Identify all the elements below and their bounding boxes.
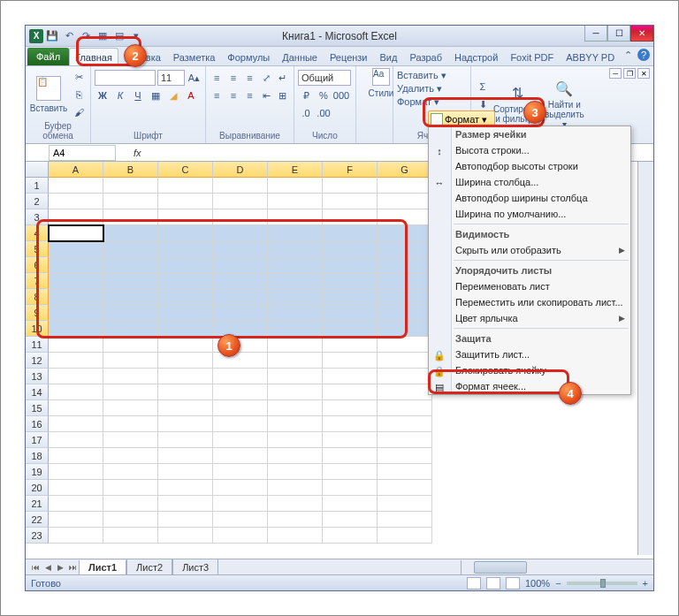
cell[interactable] bbox=[323, 225, 378, 241]
view-normal-icon[interactable] bbox=[467, 577, 481, 589]
cell[interactable] bbox=[103, 241, 158, 257]
menu-autofit-col[interactable]: Автоподбор ширины столбца bbox=[429, 190, 630, 206]
cell[interactable] bbox=[213, 241, 268, 257]
tab-addins[interactable]: Надстрой bbox=[448, 48, 504, 65]
cell[interactable] bbox=[323, 353, 378, 369]
cell[interactable] bbox=[378, 321, 432, 337]
cell[interactable] bbox=[103, 432, 158, 448]
cell[interactable] bbox=[323, 432, 378, 448]
cell[interactable] bbox=[268, 273, 323, 289]
cell[interactable] bbox=[49, 241, 103, 257]
row-header[interactable]: 19 bbox=[26, 464, 49, 480]
cell[interactable] bbox=[213, 384, 268, 400]
cell[interactable] bbox=[103, 464, 158, 480]
view-layout-icon[interactable] bbox=[486, 577, 500, 589]
tab-review[interactable]: Рецензи bbox=[324, 48, 374, 65]
format-painter-icon[interactable]: 🖌 bbox=[71, 104, 87, 120]
menu-default-width[interactable]: Ширина по умолчанию... bbox=[429, 206, 630, 222]
cell[interactable] bbox=[213, 257, 268, 273]
sheet-nav-first-icon[interactable]: ⏮ bbox=[29, 563, 42, 572]
zoom-slider[interactable] bbox=[567, 582, 637, 585]
merge-icon[interactable]: ⊞ bbox=[275, 87, 290, 103]
cell[interactable] bbox=[158, 241, 213, 257]
cell[interactable] bbox=[268, 257, 323, 273]
cell[interactable] bbox=[49, 225, 103, 241]
orientation-icon[interactable]: ⤢ bbox=[259, 70, 274, 86]
cell[interactable] bbox=[323, 178, 378, 194]
sheet-nav-next-icon[interactable]: ▶ bbox=[54, 563, 66, 572]
delete-cells-button[interactable]: Удалить ▾ bbox=[397, 83, 467, 95]
cell[interactable] bbox=[378, 289, 432, 305]
cell[interactable] bbox=[268, 496, 323, 512]
cell[interactable] bbox=[158, 480, 213, 496]
cell[interactable] bbox=[268, 241, 323, 257]
vertical-scrollbar[interactable] bbox=[637, 162, 653, 555]
menu-lock[interactable]: 🔒Блокировать ячейку bbox=[429, 362, 630, 378]
align-top-icon[interactable]: ≡ bbox=[210, 70, 225, 86]
tab-file[interactable]: Файл bbox=[27, 48, 69, 65]
cell[interactable] bbox=[323, 289, 378, 305]
row-header[interactable]: 23 bbox=[26, 528, 49, 544]
cell[interactable] bbox=[103, 337, 158, 353]
cell[interactable] bbox=[378, 337, 432, 353]
help-icon[interactable]: ? bbox=[637, 49, 650, 61]
cell[interactable] bbox=[323, 528, 378, 544]
cell[interactable] bbox=[49, 369, 103, 384]
sheet-tab-1[interactable]: Лист1 bbox=[79, 560, 126, 575]
border-icon[interactable]: ▦ bbox=[148, 87, 164, 103]
cell[interactable] bbox=[268, 416, 323, 432]
cell[interactable] bbox=[49, 416, 103, 432]
cell[interactable] bbox=[378, 194, 432, 209]
cell[interactable] bbox=[213, 194, 268, 209]
cell[interactable] bbox=[103, 353, 158, 369]
redo-icon[interactable]: ↷ bbox=[78, 28, 94, 44]
cell[interactable] bbox=[378, 225, 432, 241]
cell[interactable] bbox=[213, 178, 268, 194]
column-header[interactable]: A bbox=[49, 162, 103, 178]
cell[interactable] bbox=[49, 273, 103, 289]
cell[interactable] bbox=[49, 353, 103, 369]
cell[interactable] bbox=[158, 464, 213, 480]
cell[interactable] bbox=[49, 448, 103, 464]
ribbon-minimize-icon[interactable]: ⌃ bbox=[622, 49, 634, 61]
cell[interactable] bbox=[158, 337, 213, 353]
cell[interactable] bbox=[158, 416, 213, 432]
cell[interactable] bbox=[103, 384, 158, 400]
bold-icon[interactable]: Ж bbox=[95, 87, 111, 103]
cell[interactable] bbox=[323, 400, 378, 416]
cell[interactable] bbox=[323, 369, 378, 384]
cell[interactable] bbox=[378, 178, 432, 194]
format-cells-button[interactable]: Формат ▾ bbox=[397, 96, 467, 108]
row-header[interactable]: 22 bbox=[26, 512, 49, 528]
cell[interactable] bbox=[49, 480, 103, 496]
row-header[interactable]: 4 bbox=[26, 225, 49, 241]
paste-button[interactable]: 📋 Вставить bbox=[29, 68, 68, 121]
cell[interactable] bbox=[323, 384, 378, 400]
align-right-icon[interactable]: ≡ bbox=[242, 87, 257, 103]
cell[interactable] bbox=[268, 400, 323, 416]
tab-view[interactable]: Вид bbox=[374, 48, 404, 65]
currency-icon[interactable]: ₽ bbox=[298, 87, 314, 103]
cell[interactable] bbox=[213, 512, 268, 528]
cell[interactable] bbox=[378, 480, 432, 496]
cell[interactable] bbox=[323, 194, 378, 209]
cell[interactable] bbox=[268, 289, 323, 305]
tab-developer[interactable]: Разраб bbox=[403, 48, 448, 65]
cell[interactable] bbox=[158, 384, 213, 400]
menu-col-width[interactable]: ↔Ширина столбца... bbox=[429, 174, 630, 190]
column-header[interactable]: F bbox=[323, 162, 378, 178]
menu-hide[interactable]: Скрыть или отобразить▶ bbox=[429, 242, 630, 258]
cell[interactable] bbox=[213, 464, 268, 480]
cell[interactable] bbox=[323, 448, 378, 464]
cell[interactable] bbox=[103, 416, 158, 432]
cell[interactable] bbox=[103, 194, 158, 209]
cell[interactable] bbox=[268, 432, 323, 448]
cell[interactable] bbox=[268, 225, 323, 241]
row-header[interactable]: 21 bbox=[26, 496, 49, 512]
cell[interactable] bbox=[268, 384, 323, 400]
cell[interactable] bbox=[49, 512, 103, 528]
autosum-icon[interactable]: Σ bbox=[475, 79, 491, 95]
cell[interactable] bbox=[378, 384, 432, 400]
cell[interactable] bbox=[158, 178, 213, 194]
inc-decimal-icon[interactable]: .0 bbox=[298, 105, 314, 121]
